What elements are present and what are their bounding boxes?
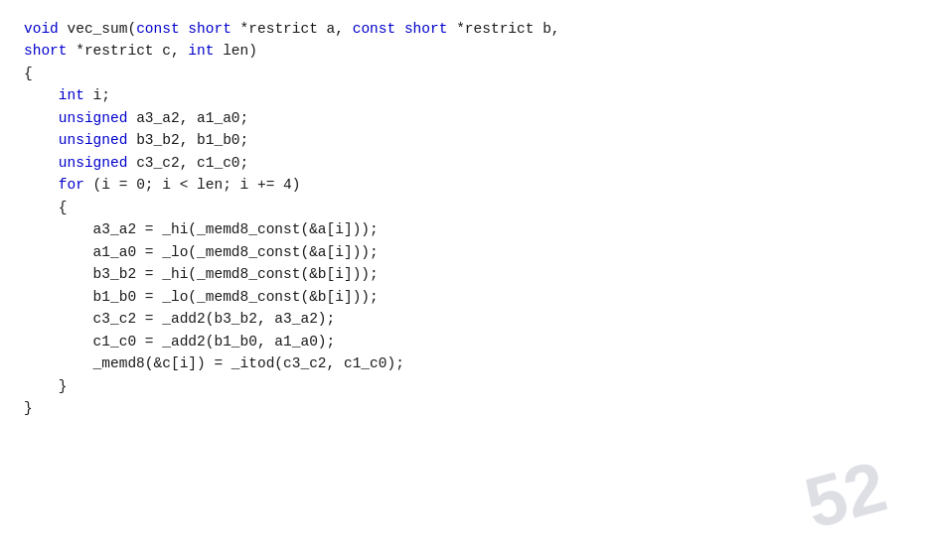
code-line: short *restrict c, int len) bbox=[24, 40, 901, 62]
code-line: } bbox=[24, 397, 901, 419]
code-line: c3_c2 = _add2(b3_b2, a3_a2); bbox=[24, 308, 901, 330]
code-block: void vec_sum(const short *restrict a, co… bbox=[24, 18, 901, 419]
code-line: unsigned b3_b2, b1_b0; bbox=[24, 129, 901, 151]
code-line: b1_b0 = _lo(_memd8_const(&b[i])); bbox=[24, 286, 901, 308]
code-line: { bbox=[24, 63, 901, 84]
code-line: _memd8(&c[i]) = _itod(c3_c2, c1_c0); bbox=[24, 352, 901, 374]
code-container: void vec_sum(const short *restrict a, co… bbox=[0, 0, 925, 560]
code-line: unsigned c3_c2, c1_c0; bbox=[24, 152, 901, 174]
code-line: a3_a2 = _hi(_memd8_const(&a[i])); bbox=[24, 218, 901, 240]
code-line: } bbox=[24, 375, 901, 397]
code-line: a1_a0 = _lo(_memd8_const(&a[i])); bbox=[24, 241, 901, 263]
code-line: unsigned a3_a2, a1_a0; bbox=[24, 107, 901, 129]
code-line: for (i = 0; i < len; i += 4) bbox=[24, 174, 901, 196]
code-line: void vec_sum(const short *restrict a, co… bbox=[24, 18, 901, 40]
watermark: 52 bbox=[798, 450, 893, 539]
code-line: int i; bbox=[24, 84, 901, 106]
code-line: c1_c0 = _add2(b1_b0, a1_a0); bbox=[24, 331, 901, 352]
code-line: { bbox=[24, 197, 901, 218]
code-line: b3_b2 = _hi(_memd8_const(&b[i])); bbox=[24, 263, 901, 285]
